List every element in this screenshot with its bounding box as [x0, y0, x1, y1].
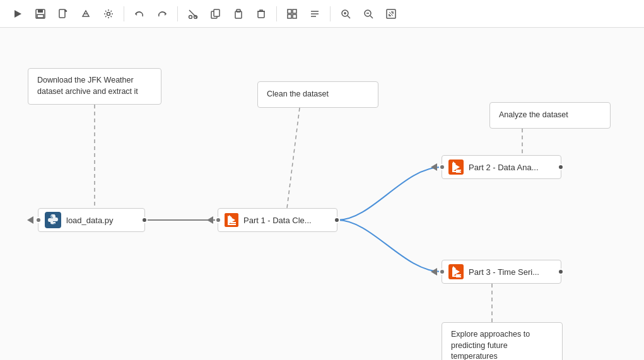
port-trigger-left-load — [27, 216, 33, 224]
port-right-part1[interactable] — [334, 217, 340, 223]
node-load-data[interactable]: load_data.py — [38, 208, 145, 232]
node-part1-label: Part 1 - Data Cle... — [243, 216, 312, 225]
delete-button[interactable] — [251, 4, 271, 24]
new-file-button[interactable] — [53, 4, 73, 24]
notebook-icon-part1 — [225, 213, 238, 227]
port-trigger-left-part2 — [431, 163, 437, 171]
svg-rect-20 — [288, 15, 291, 18]
port-right-part2[interactable] — [558, 164, 564, 170]
svg-point-41 — [54, 223, 55, 224]
svg-rect-47 — [452, 171, 460, 172]
svg-line-35 — [287, 108, 300, 208]
node-load-data-label: load_data.py — [66, 216, 113, 225]
node-part3[interactable]: Part 3 - Time Seri... — [442, 260, 561, 284]
python-icon — [45, 212, 61, 228]
port-left-part1[interactable] — [215, 217, 221, 223]
annotation-analyze: Analyze the dataset — [489, 102, 611, 129]
svg-line-10 — [189, 10, 197, 18]
divider-1 — [124, 6, 124, 21]
svg-rect-44 — [228, 224, 235, 225]
play-button[interactable] — [8, 4, 28, 24]
svg-rect-16 — [237, 9, 240, 12]
copy-button[interactable] — [206, 4, 226, 24]
annotation-download: Download the JFK Weather dataset archive… — [28, 68, 161, 105]
node-part3-label: Part 3 - Time Seri... — [469, 267, 539, 277]
svg-rect-50 — [452, 276, 460, 277]
svg-rect-21 — [293, 15, 296, 18]
divider-2 — [177, 6, 178, 21]
port-trigger-left-part3 — [431, 268, 437, 276]
svg-point-9 — [107, 12, 110, 15]
port-left-load[interactable] — [35, 217, 42, 223]
fit-button[interactable] — [381, 4, 401, 24]
paste-button[interactable] — [228, 4, 249, 24]
svg-line-30 — [370, 16, 373, 18]
port-trigger-left-part1 — [207, 216, 213, 224]
svg-rect-3 — [37, 15, 44, 18]
annotation-explore: Explore approaches to predicting future … — [442, 322, 563, 360]
svg-marker-0 — [15, 10, 21, 18]
toolbar — [0, 0, 644, 28]
notebook-icon-part2 — [448, 160, 464, 175]
save-button[interactable] — [30, 4, 50, 24]
port-right-part3[interactable] — [558, 269, 564, 275]
svg-line-26 — [348, 16, 350, 18]
node-part2[interactable]: Part 2 - Data Ana... — [442, 155, 561, 179]
divider-3 — [276, 6, 277, 21]
svg-rect-14 — [214, 9, 220, 16]
zoom-out-button[interactable] — [358, 4, 378, 24]
zoom-in-button[interactable] — [336, 4, 356, 24]
undo-button[interactable] — [129, 4, 149, 24]
grid-button[interactable] — [282, 4, 302, 24]
redo-button[interactable] — [152, 4, 172, 24]
node-part1[interactable]: Part 1 - Data Cle... — [218, 208, 337, 232]
port-right-load[interactable] — [141, 217, 148, 223]
svg-point-11 — [189, 15, 192, 18]
port-left-part2[interactable] — [439, 164, 445, 170]
svg-rect-18 — [288, 9, 291, 13]
node-part2-label: Part 2 - Data Ana... — [469, 163, 539, 172]
align-button[interactable] — [305, 4, 325, 24]
cut-button[interactable] — [183, 4, 203, 24]
svg-line-33 — [389, 12, 393, 16]
annotation-clean: Clean the dataset — [257, 81, 378, 108]
svg-rect-19 — [293, 9, 296, 13]
erase-button[interactable] — [76, 4, 96, 24]
pipeline-canvas[interactable]: Download the JFK Weather dataset archive… — [0, 28, 644, 360]
svg-rect-4 — [59, 9, 65, 18]
settings-button[interactable] — [98, 4, 119, 24]
divider-4 — [330, 6, 331, 21]
port-left-part3[interactable] — [439, 269, 445, 275]
svg-rect-17 — [258, 11, 264, 18]
notebook-icon-part3 — [448, 264, 464, 279]
svg-rect-2 — [38, 9, 43, 13]
svg-point-40 — [51, 216, 52, 217]
